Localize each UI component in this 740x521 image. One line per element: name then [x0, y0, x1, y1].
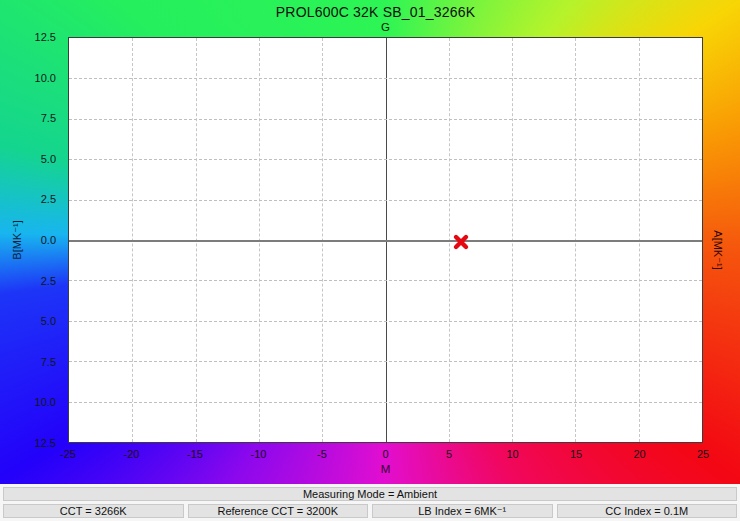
x-tick-label: 0	[382, 448, 388, 460]
y-tick-label: 12.5	[35, 437, 56, 449]
horizontal-gridline	[69, 321, 702, 322]
y-tick-label: 5.0	[41, 315, 56, 327]
y-zero-line	[69, 240, 702, 242]
y-tick-label: 10.0	[35, 396, 56, 408]
colorimeter-chart-screen: PROL600C 32K SB_01_3266K G 12.510.07.55.…	[0, 0, 740, 521]
x-axis-tick-labels: -25-20-15-10-50510152025	[68, 448, 703, 462]
color-gradient-background: PROL600C 32K SB_01_3266K G 12.510.07.55.…	[0, 0, 740, 484]
y-tick-label: 2.5	[41, 193, 56, 205]
measurement-point-marker	[453, 233, 470, 250]
horizontal-gridline	[69, 78, 702, 79]
chart-title: PROL600C 32K SB_01_3266K	[58, 4, 693, 20]
horizontal-gridline	[69, 159, 702, 160]
x-tick-label: 15	[570, 448, 582, 460]
status-cell-reference-cct: Reference CCT = 3200K	[188, 504, 369, 518]
x-tick-label: -20	[124, 448, 140, 460]
axis-label-blue: B[MK⁻¹]	[11, 220, 24, 259]
horizontal-gridline	[69, 119, 702, 120]
horizontal-gridline	[69, 280, 702, 281]
y-tick-label: 10.0	[35, 72, 56, 84]
status-cells-row: CCT = 3266K Reference CCT = 3200K LB Ind…	[3, 504, 737, 518]
y-tick-label: 7.5	[41, 112, 56, 124]
x-marker-icon	[453, 233, 470, 250]
x-tick-label: -5	[317, 448, 327, 460]
y-tick-label: 7.5	[41, 356, 56, 368]
x-tick-label: -10	[251, 448, 267, 460]
axis-label-amber: A[MK⁻¹]	[711, 230, 724, 269]
y-tick-label: 2.5	[41, 275, 56, 287]
y-tick-label: 12.5	[35, 31, 56, 43]
horizontal-gridline	[69, 200, 702, 201]
measuring-mode-bar: Measuring Mode = Ambient	[3, 487, 737, 501]
plot-area	[68, 37, 703, 443]
axis-label-magenta: M	[68, 463, 703, 475]
x-tick-label: 25	[697, 448, 709, 460]
y-axis-tick-labels: 12.510.07.55.02.50.02.55.07.510.012.5	[0, 37, 62, 443]
status-cell-lb-index: LB Index = 6MK⁻¹	[372, 504, 553, 518]
x-tick-label: 5	[446, 448, 452, 460]
status-bar: Measuring Mode = Ambient CCT = 3266K Ref…	[0, 484, 740, 521]
status-cell-cc-index: CC Index = 0.1M	[557, 504, 738, 518]
horizontal-gridline	[69, 402, 702, 403]
x-tick-label: -15	[187, 448, 203, 460]
x-tick-label: -25	[60, 448, 76, 460]
y-tick-label: 5.0	[41, 153, 56, 165]
horizontal-gridline	[69, 361, 702, 362]
y-tick-label: 0.0	[41, 234, 56, 246]
x-tick-label: 10	[506, 448, 518, 460]
axis-label-green: G	[68, 21, 703, 33]
status-cell-cct: CCT = 3266K	[3, 504, 184, 518]
x-tick-label: 20	[633, 448, 645, 460]
